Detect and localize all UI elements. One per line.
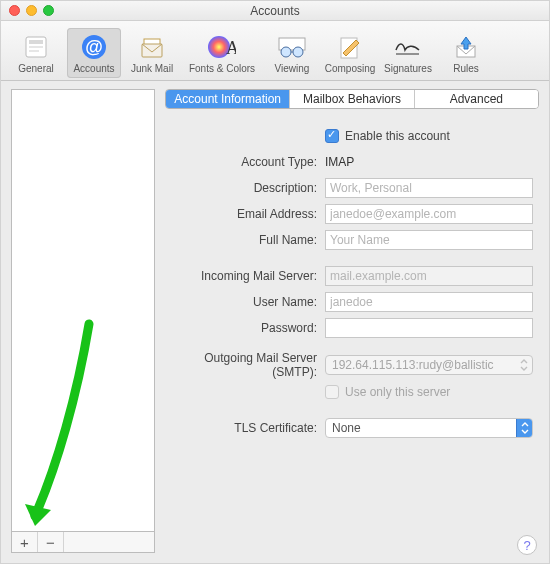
incoming-server-label: Incoming Mail Server: (167, 269, 325, 283)
account-type-label: Account Type: (167, 155, 325, 169)
add-account-button[interactable]: + (12, 532, 38, 552)
tls-label: TLS Certificate: (167, 421, 325, 435)
toolbar-label: Fonts & Colors (189, 63, 255, 74)
smtp-value: 192.64.115.113:rudy@ballistic (332, 358, 494, 372)
smtp-label: Outgoing Mail Server (SMTP): (167, 351, 325, 379)
accounts-sidebar: + − (11, 89, 155, 553)
content-area: + − Account Information Mailbox Behavior… (1, 81, 549, 563)
username-label: User Name: (167, 295, 325, 309)
close-window-button[interactable] (9, 5, 20, 16)
account-tabs: Account Information Mailbox Behaviors Ad… (165, 89, 539, 109)
signature-icon (393, 33, 423, 61)
rules-icon (451, 33, 481, 61)
at-sign-icon: @ (79, 33, 109, 61)
toolbar-item-fonts-colors[interactable]: A Fonts & Colors (183, 28, 261, 78)
prefs-toolbar: General @ Accounts Junk Mail A Fonts & C… (1, 21, 549, 81)
toolbar-label: General (18, 63, 54, 74)
zoom-window-button[interactable] (43, 5, 54, 16)
tls-value: None (332, 421, 361, 435)
email-field[interactable] (325, 204, 533, 224)
remove-account-button[interactable]: − (38, 532, 64, 552)
username-field[interactable] (325, 292, 533, 312)
use-only-server-label: Use only this server (345, 385, 450, 399)
tab-advanced[interactable]: Advanced (415, 90, 538, 108)
svg-point-12 (293, 47, 303, 57)
password-label: Password: (167, 321, 325, 335)
tls-certificate-popup[interactable]: None (325, 418, 533, 438)
fullname-field[interactable] (325, 230, 533, 250)
description-field[interactable] (325, 178, 533, 198)
compose-icon (335, 33, 365, 61)
svg-rect-2 (29, 46, 43, 48)
list-controls: + − (11, 531, 155, 553)
junk-mail-icon (137, 33, 167, 61)
window-title: Accounts (1, 4, 549, 18)
glasses-icon (277, 33, 307, 61)
accounts-prefs-window: Accounts General @ Accounts Junk Mail (0, 0, 550, 564)
description-label: Description: (167, 181, 325, 195)
svg-text:A: A (226, 38, 236, 58)
smtp-popup[interactable]: 192.64.115.113:rudy@ballistic (325, 355, 533, 375)
svg-point-11 (281, 47, 291, 57)
toolbar-item-composing[interactable]: Composing (323, 28, 377, 78)
svg-rect-3 (29, 50, 39, 52)
password-field[interactable] (325, 318, 533, 338)
email-label: Email Address: (167, 207, 325, 221)
toolbar-label: Composing (325, 63, 376, 74)
use-only-server-checkbox (325, 385, 339, 399)
toolbar-item-accounts[interactable]: @ Accounts (67, 28, 121, 78)
account-info-form: Enable this account Account Type: IMAP D… (165, 121, 539, 553)
toolbar-item-viewing[interactable]: Viewing (265, 28, 319, 78)
titlebar: Accounts (1, 1, 549, 21)
toolbar-label: Rules (453, 63, 479, 74)
popup-arrows-icon (516, 419, 532, 437)
help-button[interactable]: ? (517, 535, 537, 555)
toolbar-item-rules[interactable]: Rules (439, 28, 493, 78)
incoming-server-field (325, 266, 533, 286)
tab-mailbox-behaviors[interactable]: Mailbox Behaviors (290, 90, 414, 108)
toolbar-label: Accounts (73, 63, 114, 74)
toolbar-item-junk[interactable]: Junk Mail (125, 28, 179, 78)
tab-account-information[interactable]: Account Information (166, 90, 290, 108)
account-type-value: IMAP (325, 155, 354, 169)
toolbar-label: Signatures (384, 63, 432, 74)
toolbar-label: Junk Mail (131, 63, 173, 74)
list-controls-spacer (64, 532, 154, 552)
enable-account-checkbox[interactable] (325, 129, 339, 143)
enable-account-label: Enable this account (345, 129, 450, 143)
window-traffic-lights (1, 5, 54, 16)
fonts-colors-icon: A (207, 33, 237, 61)
toolbar-item-general[interactable]: General (9, 28, 63, 78)
accounts-list[interactable] (11, 89, 155, 531)
popup-arrows-icon (516, 356, 532, 374)
account-details: Account Information Mailbox Behaviors Ad… (165, 89, 539, 553)
minimize-window-button[interactable] (26, 5, 37, 16)
svg-text:@: @ (85, 37, 103, 57)
fullname-label: Full Name: (167, 233, 325, 247)
toolbar-item-signatures[interactable]: Signatures (381, 28, 435, 78)
toolbar-label: Viewing (275, 63, 310, 74)
svg-rect-1 (29, 40, 43, 44)
general-icon (21, 33, 51, 61)
